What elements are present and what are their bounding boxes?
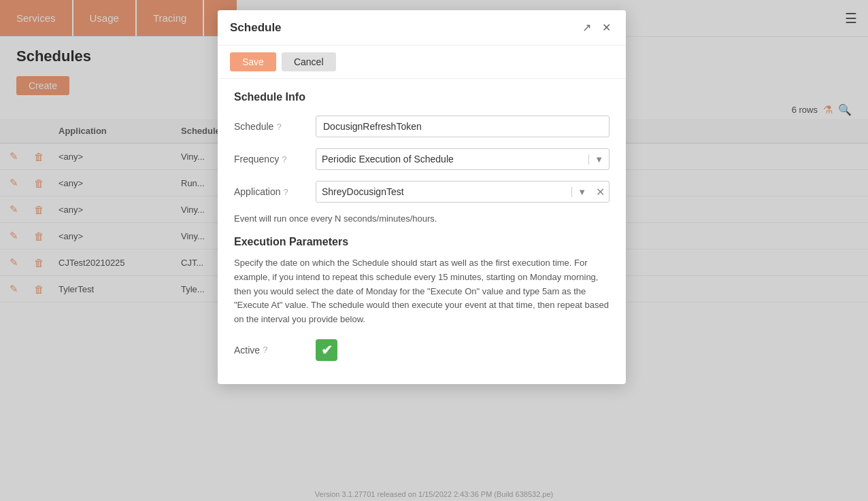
cancel-button[interactable]: Cancel bbox=[282, 52, 336, 71]
modal-header: Schedule ↗ ✕ bbox=[218, 10, 626, 46]
schedule-help-icon[interactable]: ? bbox=[276, 122, 281, 132]
application-field-row: Application ? ShreyDocusignTest ▼ ✕ bbox=[234, 181, 610, 203]
frequency-select[interactable]: Periodic Execution of Schedule Daily Wee… bbox=[316, 149, 588, 169]
application-select-arrow[interactable]: ▼ bbox=[571, 187, 592, 197]
schedule-modal: Schedule ↗ ✕ Save Cancel Schedule Info S… bbox=[218, 10, 626, 384]
application-select-wrap: ShreyDocusignTest ▼ ✕ bbox=[316, 181, 610, 203]
schedule-input-wrap bbox=[316, 116, 610, 137]
frequency-select-arrow[interactable]: ▼ bbox=[588, 154, 609, 165]
schedule-label: Schedule ? bbox=[234, 116, 316, 132]
modal-close-button[interactable]: ✕ bbox=[599, 20, 614, 35]
frequency-field-row: Frequency ? Periodic Execution of Schedu… bbox=[234, 148, 610, 170]
application-select[interactable]: ShreyDocusignTest bbox=[316, 182, 571, 202]
application-clear-button[interactable]: ✕ bbox=[592, 186, 609, 198]
frequency-help-icon[interactable]: ? bbox=[282, 154, 286, 165]
frequency-select-container: Periodic Execution of Schedule Daily Wee… bbox=[316, 148, 610, 170]
frequency-label: Frequency ? bbox=[234, 148, 316, 165]
schedule-info-title: Schedule Info bbox=[234, 91, 610, 103]
active-help-icon[interactable]: ? bbox=[263, 345, 267, 355]
application-label: Application ? bbox=[234, 181, 316, 197]
schedule-input[interactable] bbox=[316, 116, 610, 137]
modal-toolbar: Save Cancel bbox=[218, 46, 626, 79]
frequency-select-wrap: Periodic Execution of Schedule Daily Wee… bbox=[316, 148, 610, 170]
exec-params-desc: Specify the date on which the Schedule s… bbox=[234, 256, 610, 327]
active-checkmark: ✔ bbox=[321, 342, 333, 358]
active-checkbox[interactable]: ✔ bbox=[316, 339, 337, 361]
application-help-icon[interactable]: ? bbox=[284, 187, 288, 197]
schedule-field-row: Schedule ? bbox=[234, 116, 610, 137]
active-field-row: Active ? ✔ bbox=[234, 339, 610, 361]
frequency-info-text: Event will run once every N seconds/minu… bbox=[234, 213, 610, 224]
exec-params-title: Execution Parameters bbox=[234, 236, 610, 248]
save-button[interactable]: Save bbox=[230, 52, 276, 71]
modal-header-icons: ↗ ✕ bbox=[580, 20, 614, 35]
active-checkbox-wrap: ✔ bbox=[316, 339, 610, 361]
modal-body: Schedule Info Schedule ? Frequency ? Per… bbox=[218, 79, 626, 384]
modal-title: Schedule bbox=[230, 21, 580, 35]
active-label: Active ? bbox=[234, 339, 316, 356]
application-select-container: ShreyDocusignTest ▼ ✕ bbox=[316, 181, 610, 203]
modal-expand-button[interactable]: ↗ bbox=[580, 20, 594, 35]
